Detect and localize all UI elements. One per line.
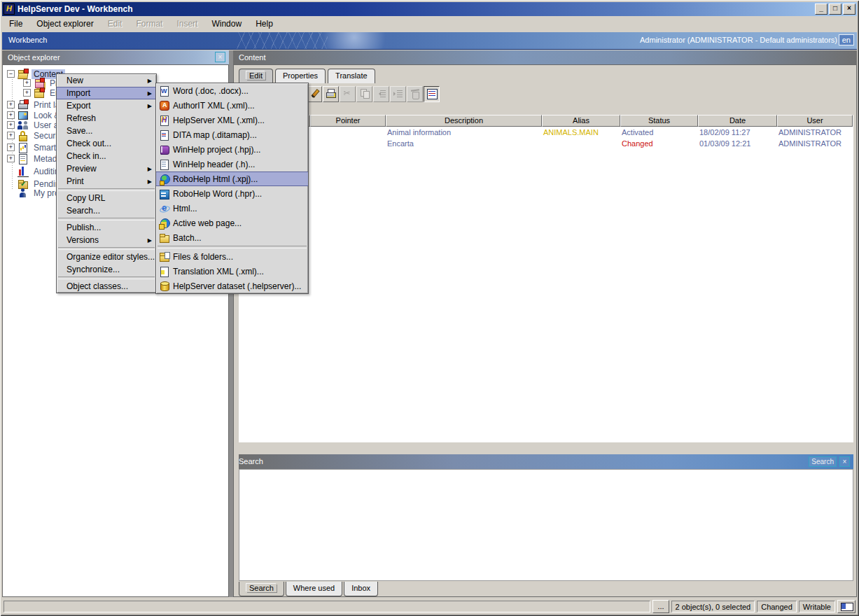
print-button[interactable] — [323, 86, 339, 102]
submenu-item-robohelp-html-xpj-[interactable]: RoboHelp Html (.xpj)... — [156, 172, 308, 186]
submenu-item-robohelp-word-hpr-[interactable]: RoboHelp Word (.hpr)... — [156, 186, 308, 201]
menu-item-print[interactable]: Print▶ — [57, 175, 156, 188]
collapse-icon[interactable]: − — [7, 70, 15, 78]
menu-item-export[interactable]: Export▶ — [57, 99, 156, 112]
menu-item-check-out-[interactable]: Check out... — [57, 137, 156, 150]
column-header-status[interactable]: Status — [620, 115, 698, 127]
submenu-arrow-icon: ▶ — [148, 166, 152, 172]
submenu-arrow-icon: ▶ — [148, 237, 152, 244]
dataset-icon — [159, 281, 170, 292]
close-button[interactable]: × — [843, 4, 855, 15]
submenu-item-active-web-page-[interactable]: Active web page... — [156, 216, 308, 230]
indent-icon — [393, 88, 404, 99]
bottom-tab-search[interactable]: Search — [239, 582, 284, 596]
bottom-tab-inbox[interactable]: Inbox — [344, 582, 378, 596]
details-view-button[interactable] — [424, 86, 440, 102]
menu-item-check-in-[interactable]: Check in... — [57, 150, 156, 162]
menu-item-search-[interactable]: Search... — [57, 204, 156, 217]
column-header-description[interactable]: Description — [386, 115, 542, 127]
menu-item-refresh[interactable]: Refresh — [57, 112, 156, 125]
table-row[interactable]: EncartaChanged01/03/09 12:21ADMINISTRATO… — [239, 138, 853, 149]
tab-edit[interactable]: Edit — [239, 69, 273, 83]
menu-item-import[interactable]: Import▶ — [57, 87, 156, 99]
expand-icon[interactable]: + — [7, 144, 15, 151]
tab-translate[interactable]: Translate — [328, 69, 375, 83]
submenu-item-translation-xml-xml-[interactable]: Translation XML (.xml)... — [156, 264, 308, 279]
chart-doc-icon — [18, 142, 29, 153]
expand-icon[interactable]: + — [7, 111, 15, 119]
expand-icon[interactable]: + — [7, 101, 15, 108]
submenu-item-batch-[interactable]: Batch... — [156, 230, 308, 245]
helpserver-xml-icon — [159, 115, 170, 126]
red-dot-badge — [40, 88, 45, 92]
menu-item-new[interactable]: New▶ — [57, 74, 156, 87]
column-header-pointer[interactable]: Pointer — [310, 115, 386, 127]
title-bar[interactable]: H HelpServer Dev - Workbench _ □ × — [2, 2, 857, 16]
menubar-item-help[interactable]: Help — [249, 18, 280, 30]
expand-icon[interactable]: + — [7, 121, 15, 129]
menu-item-copy-url[interactable]: Copy URL — [57, 192, 156, 204]
red-dot-badge — [24, 69, 29, 74]
table-row[interactable]: Animal informationANIMALS.MAINActivated1… — [239, 127, 853, 138]
expand-icon[interactable]: + — [7, 155, 15, 162]
object-explorer-close-icon[interactable]: × — [215, 52, 225, 62]
submenu-item-authorit-xml-xml-[interactable]: AuthorIT XML (.xml)... — [156, 98, 308, 113]
bottom-tab-where-used[interactable]: Where used — [286, 582, 342, 596]
menu-item-object-classes-[interactable]: Object classes... — [57, 280, 156, 293]
red-dot-badge — [24, 99, 29, 104]
tree-item-user-a[interactable]: +User a — [7, 120, 60, 130]
submenu-item-dita-map-ditamap-[interactable]: DITA map (.ditamap)... — [156, 127, 308, 142]
submenu-item-winhelp-project-hpj-[interactable]: WinHelp project (.hpj)... — [156, 142, 308, 157]
language-button[interactable]: en — [839, 34, 854, 46]
content-title: Content — [233, 53, 266, 62]
menu-item-save-[interactable]: Save... — [57, 125, 156, 137]
column-header-date[interactable]: Date — [698, 115, 777, 127]
tree-item-my-pro[interactable]: My pro — [7, 188, 62, 198]
submenu-item-winhelp-header-h-[interactable]: WinHelp header (.h)... — [156, 157, 308, 172]
layout-toggle-button[interactable] — [837, 600, 855, 613]
tab-properties[interactable]: Properties — [275, 69, 326, 83]
search-results-area — [239, 469, 853, 581]
menu-item-preview[interactable]: Preview▶ — [57, 162, 156, 175]
menubar-item-window[interactable]: Window — [204, 18, 249, 30]
minimize-button[interactable]: _ — [815, 4, 827, 15]
expand-icon[interactable]: + — [7, 132, 15, 139]
object-context-menu: New▶Import▶Export▶RefreshSave...Check ou… — [56, 74, 157, 293]
menubar-item-file[interactable]: File — [2, 18, 29, 30]
menu-item-organize-editor-styles-[interactable]: Organize editor styles... — [57, 251, 156, 263]
bottom-tabstrip: SearchWhere usedInbox — [239, 581, 379, 596]
tree-item-look-[interactable]: +Look & — [7, 110, 62, 120]
folder-icon — [34, 88, 45, 99]
object-table: PointerDescriptionAliasStatusDateUser An… — [239, 115, 853, 442]
expand-icon[interactable]: + — [23, 79, 31, 87]
tree-item-securit[interactable]: +Securit — [7, 130, 62, 141]
submenu-item-helpserver-dataset-helpserver-[interactable]: HelpServer dataset (.helpserver)... — [156, 279, 308, 293]
column-header-user[interactable]: User — [777, 115, 853, 127]
menubar-item-edit: Edit — [101, 18, 130, 30]
lock-icon — [18, 130, 29, 141]
expand-icon[interactable]: + — [23, 89, 31, 97]
menu-item-publish-[interactable]: Publish... — [57, 221, 156, 234]
menu-item-versions[interactable]: Versions▶ — [57, 234, 156, 246]
submenu-item-html-[interactable]: Html... — [156, 201, 308, 216]
menu-separator — [58, 188, 155, 191]
menubar-item-object-explorer[interactable]: Object explorer — [29, 18, 100, 30]
search-panel-close-icon[interactable]: × — [839, 456, 850, 467]
tree-item-metada[interactable]: +Metada — [7, 153, 64, 164]
submenu-item-files-folders-[interactable]: Files & folders... — [156, 249, 308, 264]
column-header-alias[interactable]: Alias — [542, 115, 620, 127]
tree-item-smartc[interactable]: +Smartc — [7, 142, 62, 153]
app-window: H HelpServer Dev - Workbench _ □ × FileO… — [0, 0, 859, 616]
indent-button — [390, 86, 406, 102]
search-button[interactable]: Search — [809, 456, 837, 467]
cell-description: Encarta — [386, 138, 542, 149]
object-explorer-title: Object explorer — [2, 53, 60, 62]
details-icon — [426, 88, 438, 99]
more-button[interactable]: ... — [652, 600, 669, 613]
submenu-item-helpserver-xml-xml-[interactable]: HelpServer XML (.xml)... — [156, 113, 308, 127]
maximize-button[interactable]: □ — [829, 4, 841, 15]
search-panel-title: Search — [239, 457, 263, 465]
menu-item-synchronize-[interactable]: Synchronize... — [57, 263, 156, 276]
submenu-item-word-doc-docx-[interactable]: Word (.doc, .docx)... — [156, 83, 308, 98]
tree-item-auditin[interactable]: Auditin — [7, 166, 62, 176]
